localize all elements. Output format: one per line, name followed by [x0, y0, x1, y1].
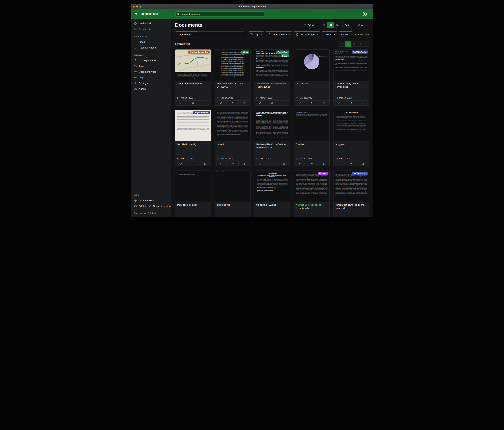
title-content-dropdown[interactable]: Title & content — [175, 31, 197, 37]
sidebar-item-settings[interactable]: Settings — [131, 80, 171, 86]
document-thumbnail[interactable]: Review of New York Federal Petitions for… — [254, 110, 290, 141]
user-menu[interactable] — [362, 12, 370, 16]
view-button[interactable] — [187, 101, 199, 105]
view-detail-button[interactable] — [334, 22, 341, 28]
tag-badge[interactable]: Partial Tag — [276, 50, 289, 54]
edit-button[interactable] — [215, 101, 226, 105]
document-thumbnail[interactable]: Lorem ipsum dolor sit amet, consectetur … — [175, 49, 211, 81]
document-thumbnail[interactable]: Patient BP Distribution 2011Hypertension… — [294, 49, 329, 81]
document-title[interactable]: multi-page-mixedxx — [177, 203, 209, 207]
document-title[interactable]: rotated — [217, 143, 248, 146]
document-thumbnail[interactable]: This is a multi page document. Page 1. — [175, 171, 211, 202]
reset-filters-button[interactable]: ✕ Reset filters — [355, 33, 369, 36]
sort-button[interactable]: Sort — [342, 22, 354, 28]
document-title[interactable]: Yet Another Correspondent: Testing Email — [256, 82, 288, 89]
sidebar-item-correspondents[interactable]: Correspondents — [131, 57, 171, 63]
edit-button[interactable] — [215, 161, 226, 166]
edit-button[interactable] — [294, 161, 306, 166]
view-button[interactable] — [345, 101, 357, 105]
sidebar-item-admin[interactable]: Admin — [131, 86, 171, 92]
edit-button[interactable] — [333, 161, 345, 166]
edit-button[interactable] — [294, 101, 306, 105]
zoom-button[interactable] — [139, 6, 142, 8]
info-icon[interactable] — [154, 212, 157, 214]
sidebar-item-recently-added[interactable]: Recently Added — [131, 45, 171, 50]
view-grid-button[interactable] — [327, 22, 334, 28]
edit-button[interactable] — [254, 161, 266, 166]
download-button[interactable] — [357, 161, 369, 166]
document-thumbnail[interactable]: Lorem ipsum dolor sit amet, consectetur … — [294, 171, 329, 202]
view-button[interactable] — [187, 161, 199, 166]
edit-button[interactable] — [333, 101, 345, 105]
document-title[interactable]: file-sample_150kBs — [256, 203, 288, 207]
document-thumbnail[interactable]: Lorem ipsumLorem ipsum dolor sit amet, c… — [254, 171, 290, 202]
sidebar-item-github[interactable]: GitHub — [131, 203, 147, 209]
document-title[interactable]: French Country Bread Revised.docx — [335, 82, 367, 89]
document-title[interactable]: ReadMe — [296, 143, 327, 146]
brand[interactable]: Paperless-ngx — [134, 12, 171, 16]
document-title[interactable]: 2sample-pdf-with-images — [177, 82, 209, 85]
sidebar-item-tags[interactable]: Tags — [131, 63, 171, 69]
document-thumbnail[interactable]: Release NotesSimba ODBC Driver for SQL S… — [254, 49, 290, 81]
created-filter-button[interactable]: Created — [322, 31, 337, 37]
sidebar-item-document-types[interactable]: Document types — [131, 69, 171, 75]
document-title[interactable]: test_new — [335, 143, 367, 146]
document-thumbnail[interactable]: Lorem ipsum dolor sit amet, consectetur … — [215, 110, 250, 141]
title-content-input[interactable] — [197, 31, 245, 37]
close-button[interactable] — [133, 6, 135, 8]
download-button[interactable] — [238, 101, 250, 105]
view-button[interactable] — [226, 101, 238, 105]
document-thumbnail[interactable]: Lorem ipsum dolor sit amet, consectetur … — [333, 171, 369, 202]
pagination-page-3[interactable]: 3 — [357, 41, 363, 47]
sidebar-item-dashboard[interactable]: Dashboard — [131, 21, 171, 26]
edit-button[interactable] — [175, 101, 187, 105]
view-button[interactable] — [306, 101, 318, 105]
tag-badge[interactable]: TagWithPartial — [351, 50, 368, 54]
pagination-page-2[interactable]: 2 — [351, 41, 357, 47]
document-title[interactable]: Sec 11-Missing sig — [177, 143, 209, 146]
document-thumbnail[interactable]: Contact Sheet DemoLorem ipsum dolor sit … — [294, 110, 329, 141]
tag-badge[interactable]: TagWithPartial — [193, 111, 210, 114]
document-title[interactable]: Review-of-New-York-Federal-Petitions-art… — [256, 143, 288, 149]
document-title[interactable]: sample-pdf-download-10-mb-longer-title — [335, 203, 367, 210]
download-button[interactable] — [238, 161, 250, 166]
tag-badge[interactable]: NewOne — [318, 172, 328, 175]
download-button[interactable] — [357, 101, 369, 105]
document-thumbnail[interactable]: This is a test file. — [215, 171, 250, 202]
download-button[interactable] — [278, 101, 290, 105]
added-filter-button[interactable]: Added — [339, 31, 353, 37]
sidebar-item-suggest-an-idea[interactable]: Suggest an idea — [147, 203, 172, 209]
search-input[interactable] — [175, 11, 264, 17]
view-list-button[interactable] — [321, 22, 327, 28]
view-button[interactable] — [345, 161, 357, 166]
tags-filter-button[interactable]: Tags — [248, 31, 264, 37]
select-button[interactable]: Select — [302, 22, 319, 28]
sidebar-item-logs[interactable]: Logs — [131, 75, 171, 80]
document-thumbnail[interactable]: 11. CONTINUING MEDICAL EDUCALorem ipsum … — [175, 110, 211, 141]
edit-button[interactable] — [254, 101, 266, 105]
download-button[interactable] — [318, 161, 329, 166]
views-button[interactable]: Views — [356, 22, 369, 28]
document-title[interactable]: simple txt file — [217, 203, 248, 207]
view-button[interactable] — [266, 161, 278, 166]
tag-badge[interactable]: Inbox — [241, 50, 249, 54]
tag-badge[interactable]: Inbox — [281, 54, 289, 57]
document-thumbnail[interactable]: This is a test for the double space char… — [215, 49, 250, 81]
view-button[interactable] — [306, 161, 318, 166]
pagination-prev-button[interactable]: « — [339, 41, 345, 47]
pagination-page-1[interactable]: 1 — [345, 41, 351, 47]
view-button[interactable] — [226, 161, 238, 166]
edit-button[interactable] — [175, 161, 187, 166]
correspondent-filter-button[interactable]: Correspondent — [266, 31, 292, 37]
download-button[interactable] — [318, 101, 329, 105]
view-button[interactable] — [266, 101, 278, 105]
document-thumbnail[interactable]: French Country BreadFor the Leaven:Lorem… — [333, 49, 369, 81]
document-thumbnail[interactable]: Adobe Acrobat PDF FilesLorem ipsum dolor… — [333, 110, 369, 141]
document-correspondent[interactable]: Newest Correspondent: — [296, 204, 321, 206]
document-type-filter-button[interactable]: Document type — [294, 31, 320, 37]
tag-badge[interactable]: TagWithPartial — [351, 172, 368, 175]
document-title[interactable]: Sonstige ScanPC2022 03-24_081058 — [217, 82, 248, 89]
download-button[interactable] — [199, 101, 211, 105]
download-button[interactable] — [199, 161, 211, 166]
sidebar-item-inbox[interactable]: Inbox — [131, 39, 171, 45]
